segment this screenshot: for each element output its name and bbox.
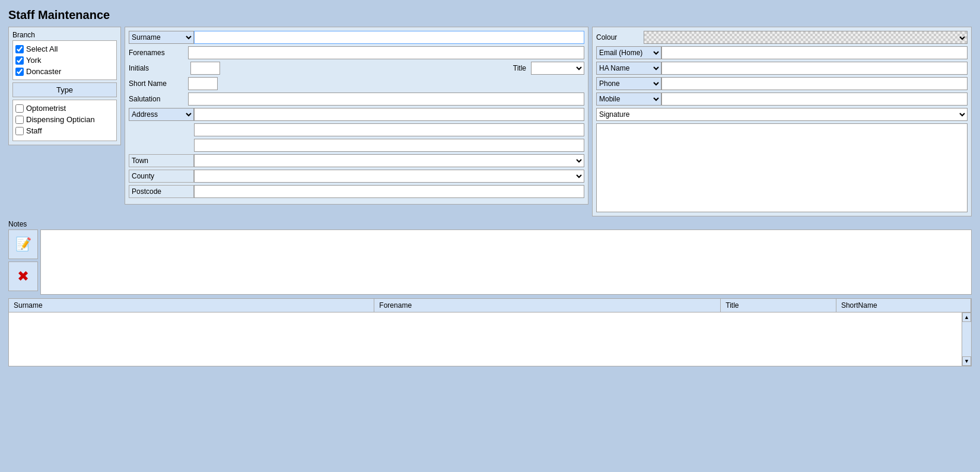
optometrist-item[interactable]: Optometrist (15, 103, 114, 114)
postcode-label: Postcode (129, 185, 194, 198)
county-label: County (129, 170, 194, 183)
address-dropdown[interactable]: Address (129, 108, 194, 121)
ha-name-dropdown[interactable]: HA Name (596, 62, 661, 75)
mobile-dropdown[interactable]: Mobile (596, 93, 661, 106)
doncaster-item[interactable]: Doncaster (15, 66, 114, 77)
notes-delete-icon: ✖ (17, 268, 29, 285)
short-name-label: Short Name (129, 79, 188, 88)
table-col-forename: Forename (374, 299, 721, 312)
optometrist-label: Optometrist (26, 104, 66, 113)
address-line1-input[interactable] (194, 108, 584, 121)
salutation-label: Salutation (129, 95, 188, 103)
email-home-dropdown[interactable]: Email (Home) (596, 46, 661, 59)
branch-label: Branch (12, 31, 117, 39)
town-select[interactable] (194, 154, 584, 167)
york-checkbox[interactable] (15, 56, 24, 65)
staff-label: Staff (26, 126, 42, 135)
staff-checkbox[interactable] (15, 127, 24, 135)
select-all-checkbox[interactable] (15, 45, 24, 53)
initials-input[interactable] (190, 62, 220, 75)
colour-preview (644, 31, 968, 44)
doncaster-checkbox[interactable] (15, 68, 24, 76)
dispensing-optician-checkbox[interactable] (15, 116, 24, 124)
initials-label: Initials (129, 64, 188, 72)
select-all-label: Select All (26, 44, 58, 53)
email-home-input[interactable] (661, 46, 968, 59)
salutation-input[interactable] (188, 93, 584, 106)
mobile-input[interactable] (661, 93, 968, 106)
title-select[interactable] (531, 62, 584, 75)
ha-name-input[interactable] (661, 62, 968, 75)
colour-select[interactable] (954, 31, 967, 44)
short-name-input[interactable] (188, 77, 218, 90)
select-all-item[interactable]: Select All (15, 43, 114, 55)
dispensing-optician-item[interactable]: Dispensing Optician (15, 114, 114, 125)
colour-label: Colour (596, 33, 644, 42)
signature-select[interactable]: Signature (596, 108, 968, 121)
type-button[interactable]: Type (12, 82, 117, 97)
notes-content-area (40, 229, 972, 295)
notes-edit-icon: 📝 (15, 237, 31, 252)
table-scrollbar[interactable]: ▲ ▼ (962, 312, 971, 366)
table-body: ▲ ▼ (9, 312, 971, 366)
staff-item[interactable]: Staff (15, 125, 114, 136)
table-col-shortname: ShortName (836, 299, 971, 312)
phone-input[interactable] (661, 77, 968, 90)
york-label: York (26, 56, 42, 65)
surname-input[interactable] (194, 31, 584, 44)
address-line3-input[interactable] (194, 139, 584, 152)
table-col-surname: Surname (9, 299, 374, 312)
forenames-label: Forenames (129, 49, 188, 57)
address-line2-input[interactable] (194, 123, 584, 136)
doncaster-label: Doncaster (26, 67, 61, 76)
optometrist-checkbox[interactable] (15, 104, 24, 113)
york-item[interactable]: York (15, 55, 114, 66)
dispensing-optician-label: Dispensing Optician (26, 115, 95, 124)
surname-dropdown[interactable]: Surname (129, 31, 194, 44)
notes-label: Notes (8, 220, 972, 228)
page-title: Staff Maintenance (8, 8, 972, 22)
notes-delete-button[interactable]: ✖ (8, 261, 38, 291)
phone-dropdown[interactable]: Phone (596, 77, 661, 90)
signature-area (596, 123, 968, 212)
forenames-input[interactable] (188, 46, 584, 59)
scroll-down-arrow[interactable]: ▼ (962, 356, 971, 366)
scroll-up-arrow[interactable]: ▲ (962, 312, 971, 322)
table-col-title: Title (721, 299, 836, 312)
notes-edit-button[interactable]: 📝 (8, 229, 38, 259)
postcode-input[interactable] (194, 185, 584, 198)
table-header: Surname Forename Title ShortName (9, 299, 971, 312)
county-select[interactable] (194, 170, 584, 183)
town-label: Town (129, 154, 194, 167)
staff-table: Surname Forename Title ShortName ▲ ▼ (8, 298, 972, 366)
title-label: Title (513, 64, 526, 72)
